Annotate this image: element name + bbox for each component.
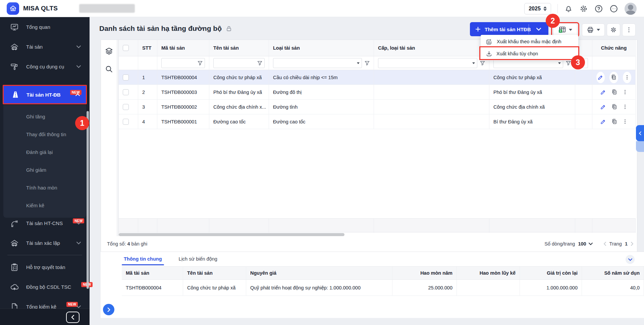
col-header-stt[interactable]: STT <box>138 40 157 56</box>
col-header-type[interactable]: Loại tài sản <box>269 40 374 56</box>
edit-button[interactable] <box>600 89 606 95</box>
table-row[interactable]: 2 TSHTĐB000003 Phó bí thư Đảng ủy xã Đườ… <box>119 85 636 100</box>
filter-select-cap[interactable] <box>378 58 477 68</box>
search-icon[interactable] <box>105 65 113 73</box>
page-title: Danh sách tài sản hạ tầng đường bộ <box>99 24 222 33</box>
row-more-button[interactable] <box>622 104 628 110</box>
duplicate-button[interactable] <box>611 104 618 110</box>
detail-panel: Thông tin chung Lịch sử biến động Mã tài… <box>101 252 644 318</box>
expand-panel-button[interactable] <box>103 304 114 315</box>
filter-select-type[interactable] <box>273 58 362 68</box>
detail-header-row: Mã tài sản Tên tài sản Nguyên giá Hao mò… <box>122 266 644 280</box>
layers-icon[interactable] <box>105 47 113 56</box>
table-row[interactable]: 4 TSHTĐB000001 Đường cao tốc Đường cao t… <box>119 114 636 129</box>
topbar-actions: 2025 <box>524 0 637 17</box>
row-more-button[interactable] <box>622 89 628 95</box>
pipe-icon <box>10 219 19 228</box>
edit-button[interactable] <box>600 104 606 110</box>
grid-settings-button[interactable] <box>607 23 620 36</box>
submenu-item-ghi-giam[interactable]: Ghi giảm <box>3 161 86 179</box>
sidebar-divider <box>7 255 82 255</box>
row-more-button[interactable] <box>623 72 631 83</box>
add-asset-button[interactable]: Thêm tài sản HTĐB <box>470 22 548 36</box>
right-panel-handle[interactable] <box>636 125 644 141</box>
table-row[interactable]: 1 TSHTĐB000004 Công chức tư pháp xã Cầu … <box>119 70 636 85</box>
prev-page-button[interactable] <box>603 242 606 246</box>
chevron-down-icon[interactable] <box>536 28 541 31</box>
filter-cell-name <box>209 56 269 70</box>
page-label: Trang <box>609 241 622 247</box>
menu-item-export-default[interactable]: Xuất khẩu theo mẫu mặc định <box>481 36 578 48</box>
detail-collapse-button[interactable] <box>626 255 635 264</box>
next-page-button[interactable] <box>631 242 634 246</box>
vertical-dots-icon <box>622 104 628 110</box>
filter-input-name[interactable] <box>213 58 265 68</box>
sidebar-item-label: Tổng quan <box>26 24 50 30</box>
tab-history[interactable]: Lịch sử biến động <box>177 252 219 266</box>
duplicate-button[interactable] <box>609 72 618 83</box>
pagination: Số dòng/trang 100 Trang 1 <box>544 241 634 247</box>
submenu-item-ghi-tang[interactable]: Ghi tăng <box>3 108 86 125</box>
pencil-icon <box>600 104 606 110</box>
col-header-code[interactable]: Mã tài sản <box>157 40 209 56</box>
year-selector[interactable]: 2025 <box>524 3 551 14</box>
print-button[interactable] <box>582 23 605 36</box>
filter-funnel-icon[interactable] <box>566 61 571 66</box>
help-icon[interactable] <box>594 4 603 13</box>
lock-icon <box>226 25 232 32</box>
sidebar-item-htdb[interactable]: Tài sản HT-ĐB NEW <box>4 86 86 103</box>
row-checkbox[interactable] <box>123 74 129 80</box>
select-all-checkbox[interactable] <box>123 45 129 51</box>
rows-per-page-select[interactable]: 100 <box>578 241 592 247</box>
edit-button[interactable] <box>596 72 605 83</box>
htdb-submenu: Ghi tăng Thay đổi thông tin Đánh giá lại… <box>3 105 86 218</box>
chevron-down-icon <box>76 45 81 48</box>
grid-footer: Tổng số: 4 bản ghi Số dòng/trang 100 Tra… <box>101 236 637 252</box>
year-stepper-icon[interactable] <box>543 6 547 11</box>
cell-code: TSHTĐB000001 <box>157 114 209 129</box>
settings-gear-icon[interactable] <box>579 4 588 13</box>
row-checkbox[interactable] <box>123 104 129 110</box>
row-checkbox[interactable] <box>123 119 129 125</box>
duplicate-button[interactable] <box>611 89 618 95</box>
col-header-name[interactable]: Tên tài sản <box>209 40 269 56</box>
cell-extra: Phó bí thư Đảng ủy xã <box>489 85 575 99</box>
row-checkbox[interactable] <box>123 89 129 95</box>
right-panel-scroll[interactable] <box>636 141 644 152</box>
filter-funnel-icon[interactable] <box>480 61 485 66</box>
cell-name: Công chức tư pháp xã <box>209 70 269 85</box>
submenu-item-kiem-ke[interactable]: Kiểm kê <box>3 197 86 214</box>
d-cell-dep-year: 25.000.000 <box>392 280 457 295</box>
sidebar-item-xaclap[interactable]: Tài sản xác lập <box>0 233 90 253</box>
detail-row[interactable]: TSHTĐB000004 Công chức tư pháp xã Quỹ ph… <box>122 280 644 296</box>
callout-step-3: 3 <box>571 55 585 69</box>
notifications-bell-icon[interactable] <box>564 4 573 13</box>
col-header-cap[interactable]: Cấp, loại tài sản <box>374 40 489 56</box>
more-actions-button[interactable] <box>622 23 636 36</box>
sidebar-item-assets[interactable]: Tài sản <box>0 37 90 57</box>
filter-input-code[interactable] <box>161 58 205 68</box>
duplicate-button[interactable] <box>611 118 618 125</box>
sidebar-item-quyettoan[interactable]: Hỗ trợ quyết toán <box>0 257 90 277</box>
d-cell-cost: Quỹ phát triển hoạt động sự nghiệp: 1.00… <box>246 280 392 295</box>
cell-extra: Bí thư Đảng ủy xã <box>489 114 575 129</box>
sidebar-scrollbar[interactable] <box>87 111 89 289</box>
submenu-item-danh-gia[interactable]: Đánh giá lại <box>3 143 86 161</box>
edit-button[interactable] <box>600 118 606 125</box>
sidebar-item-dongbo[interactable]: Đồng bộ CSDL TSC NEW <box>0 277 90 297</box>
table-row[interactable]: 3 TSHTĐB000002 Công chức địa chính x... … <box>119 100 636 114</box>
more-options-icon[interactable] <box>609 4 618 13</box>
filter-funnel-icon[interactable] <box>365 61 370 66</box>
sidebar-collapse-button[interactable] <box>66 312 79 323</box>
sidebar-item-tools[interactable]: Công cụ dụng cụ <box>0 57 90 76</box>
tab-general-info[interactable]: Thông tin chung <box>122 252 164 266</box>
page-title-row: Danh sách tài sản hạ tầng đường bộ <box>99 24 232 33</box>
sidebar-item-overview[interactable]: Tổng quan <box>0 17 90 37</box>
row-more-button[interactable] <box>622 119 628 124</box>
cell-type: Đường đô thị <box>269 85 374 99</box>
user-avatar[interactable] <box>625 3 637 15</box>
chevron-down-icon <box>76 65 81 68</box>
submenu-item-hao-mon[interactable]: Tính hao mòn <box>3 179 86 197</box>
horizontal-scrollbar[interactable] <box>119 233 344 236</box>
submenu-item-thay-doi[interactable]: Thay đổi thông tin <box>3 125 86 143</box>
